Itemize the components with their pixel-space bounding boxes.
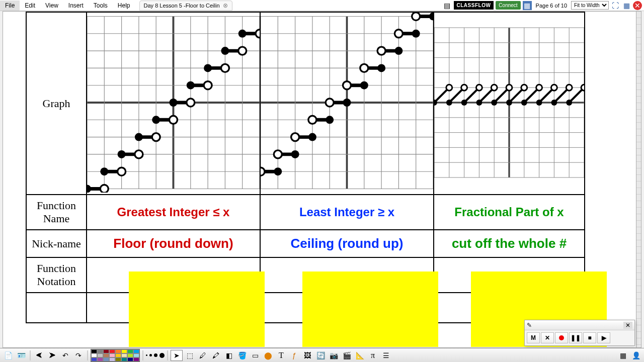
document-tab-title: Day 8 Lesson 5 -Floor to Ceilin — [144, 3, 220, 9]
pi-icon[interactable]: π — [367, 350, 379, 361]
lines-tool-icon[interactable]: ☰ — [380, 350, 392, 361]
color-swatch[interactable] — [121, 353, 127, 357]
canvas-area[interactable]: Graph — [3, 11, 641, 348]
color-swatch[interactable] — [97, 353, 103, 357]
color-swatch[interactable] — [115, 349, 121, 353]
camera-icon[interactable]: 📷 — [328, 350, 340, 361]
shape-rect-icon[interactable]: ▭ — [249, 350, 261, 361]
document-tab[interactable]: Day 8 Lesson 5 -Floor to Ceilin ⊗ — [139, 1, 232, 11]
brush-size-selector[interactable] — [146, 353, 165, 358]
rec-play-button[interactable]: ▶ — [597, 332, 610, 343]
close-tab-icon[interactable]: ⊗ — [223, 2, 228, 9]
menu-edit[interactable]: Edit — [20, 1, 40, 11]
color-swatch[interactable] — [133, 357, 139, 361]
rec-record-button[interactable] — [555, 332, 568, 343]
color-swatch[interactable] — [103, 357, 109, 361]
color-swatch[interactable] — [97, 349, 103, 353]
svg-point-146 — [506, 84, 512, 90]
menu-tools[interactable]: Tools — [89, 1, 113, 11]
color-swatch[interactable] — [127, 357, 133, 361]
close-app-icon[interactable]: ✕ — [633, 1, 642, 10]
graph-fractional — [434, 12, 585, 195]
color-swatch[interactable] — [115, 353, 121, 357]
color-swatch[interactable] — [109, 349, 115, 353]
graph-floor — [87, 12, 260, 195]
fill-icon[interactable]: 🪣 — [236, 350, 248, 361]
shape-circle-icon[interactable]: ⬤ — [262, 350, 274, 361]
redo-icon[interactable]: ↷ — [72, 350, 85, 361]
yellow-cover-2[interactable] — [302, 272, 438, 347]
pen-icon[interactable]: 🖊 — [197, 350, 209, 361]
color-swatch[interactable] — [91, 349, 97, 353]
svg-point-100 — [377, 47, 385, 55]
svg-point-41 — [187, 99, 195, 107]
profile-icon[interactable]: 🪪 — [15, 350, 27, 361]
rec-stop-button[interactable]: ■ — [583, 332, 596, 343]
rec-pause-button[interactable]: ❚❚ — [569, 332, 582, 343]
color-swatch[interactable] — [91, 357, 97, 361]
select-icon[interactable]: ⬚ — [184, 350, 196, 361]
screen-recorder-panel[interactable]: ✎ ✕ M ✕ ❚❚ ■ ▶ — [524, 320, 635, 346]
recorder-titlebar[interactable]: ✎ ✕ — [525, 320, 634, 330]
menu-insert[interactable]: Insert — [63, 1, 89, 11]
row-label-notation: Function Notation — [26, 257, 87, 293]
recorder-close-icon[interactable]: ✕ — [623, 322, 632, 329]
avatar-icon[interactable]: 👤 — [630, 350, 642, 361]
menu-help[interactable]: Help — [113, 1, 135, 11]
cursor-icon[interactable]: ➤ — [171, 350, 183, 361]
highlighter-icon[interactable]: 🖍 — [210, 350, 222, 361]
page-icon[interactable]: 📄 — [2, 350, 14, 361]
row-label-nick: Nick-name — [26, 230, 87, 257]
zoom-select[interactable]: Fit to Width — [571, 1, 609, 10]
color-swatch[interactable] — [103, 349, 109, 353]
rec-x-button[interactable]: ✕ — [541, 332, 554, 343]
refresh-icon[interactable]: 🔄 — [314, 350, 327, 361]
color-swatch[interactable] — [133, 349, 139, 353]
expand-icon[interactable]: ⛶ — [611, 1, 620, 10]
color-swatch[interactable] — [127, 353, 133, 357]
color-swatch[interactable] — [109, 357, 115, 361]
svg-point-155 — [551, 84, 557, 90]
nick-ceiling: Ceiling (round up) — [260, 230, 434, 257]
svg-point-43 — [187, 81, 195, 89]
svg-point-103 — [394, 30, 403, 38]
svg-point-139 — [461, 100, 467, 106]
color-swatch[interactable] — [133, 353, 139, 357]
color-swatch[interactable] — [115, 357, 121, 361]
eraser-icon[interactable]: ◧ — [223, 350, 235, 361]
svg-point-101 — [394, 47, 403, 55]
next-page-icon[interactable]: ⮞ — [46, 350, 58, 361]
color-swatch[interactable] — [109, 353, 115, 357]
name-floor: Greatest Integer ≤ x — [87, 195, 260, 230]
thumb-icon[interactable]: ▦ — [523, 1, 532, 10]
svg-point-40 — [169, 99, 177, 107]
color-swatch[interactable] — [97, 357, 103, 361]
prev-page-icon[interactable]: ⮜ — [33, 350, 45, 361]
lines-icon[interactable]: ▤ — [443, 1, 452, 10]
bottom-toolbar: 📄 🪪 ⮜ ⮞ ↶ ↷ ➤ ⬚ 🖊 🖍 ◧ 🪣 ▭ ⬤ T ƒ 🖼 🔄 📷 🎬 … — [0, 348, 644, 362]
yellow-cover-1[interactable] — [129, 272, 265, 347]
svg-point-83 — [291, 150, 299, 158]
insert-image-icon[interactable]: 🖼 — [301, 350, 313, 361]
svg-point-158 — [566, 84, 572, 90]
menu-view[interactable]: View — [40, 1, 63, 11]
connect-button[interactable]: Connect — [496, 1, 520, 10]
clapper-icon[interactable]: 🎬 — [341, 350, 353, 361]
nick-fractional: cut off the whole # — [434, 230, 585, 257]
color-swatch[interactable] — [121, 357, 127, 361]
menu-file[interactable]: File — [0, 1, 20, 11]
rec-m-button[interactable]: M — [527, 332, 540, 343]
math-icon[interactable]: ƒ — [288, 350, 300, 361]
svg-point-152 — [536, 84, 542, 90]
color-palette[interactable] — [91, 349, 140, 362]
color-swatch[interactable] — [103, 353, 109, 357]
color-swatch[interactable] — [91, 353, 97, 357]
undo-icon[interactable]: ↶ — [59, 350, 71, 361]
color-swatch[interactable] — [121, 349, 127, 353]
grid-tool-icon[interactable]: ▦ — [617, 350, 629, 361]
grid-icon[interactable]: ▦ — [622, 1, 631, 10]
ruler-icon[interactable]: 📐 — [354, 350, 366, 361]
color-swatch[interactable] — [127, 349, 133, 353]
text-icon[interactable]: T — [275, 350, 287, 361]
svg-point-98 — [377, 64, 385, 72]
